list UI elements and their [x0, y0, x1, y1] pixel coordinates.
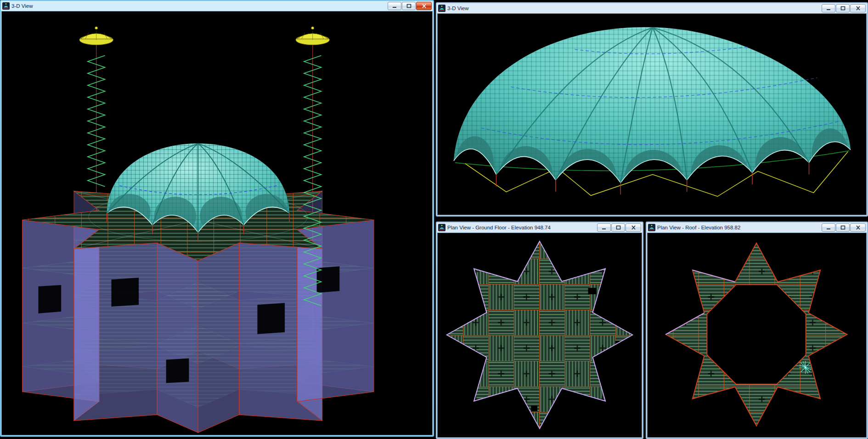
window-3d-view-dome: 3-D View	[436, 2, 868, 217]
app-window-icon[interactable]	[2, 2, 10, 10]
dome-posts	[496, 163, 809, 195]
maximize-icon	[840, 225, 845, 230]
viewport-plan-roof[interactable]	[647, 233, 867, 438]
maximize-button[interactable]	[836, 223, 850, 232]
minimize-icon	[826, 6, 831, 11]
window-title: 3-D View	[447, 6, 819, 11]
maximize-icon	[406, 4, 411, 8]
window-title: Plan View - Roof - Elevation 958.82	[657, 225, 819, 231]
window-plan-roof: Plan View - Roof - Elevation 958.82	[646, 222, 868, 439]
titlebar-dome3d[interactable]: 3-D View	[437, 3, 867, 13]
viewport-plan-ground[interactable]	[437, 233, 642, 438]
close-button[interactable]	[850, 4, 866, 12]
close-button[interactable]	[416, 2, 432, 10]
maximize-button[interactable]	[402, 2, 416, 10]
window-title: Plan View - Ground Floor - Elevation 948…	[447, 225, 595, 231]
window-plan-ground: Plan View - Ground Floor - Elevation 948…	[436, 222, 643, 439]
window-title: 3-D View	[11, 3, 385, 9]
viewport-3d-main[interactable]	[1, 11, 433, 435]
selection-starburst	[799, 361, 812, 374]
close-icon	[631, 225, 636, 230]
minimize-icon	[826, 225, 831, 230]
minimize-icon	[392, 4, 397, 8]
maximize-button[interactable]	[836, 4, 850, 12]
close-icon	[856, 225, 861, 230]
app-window-icon[interactable]	[438, 5, 445, 12]
window-3d-view-main: 3-D View	[0, 0, 434, 437]
minimize-icon	[602, 225, 607, 230]
minimize-button[interactable]	[822, 4, 835, 12]
maximize-button[interactable]	[611, 223, 625, 232]
minimize-button[interactable]	[822, 223, 835, 232]
dome-3d-canvas[interactable]	[438, 14, 866, 215]
model-3d-canvas[interactable]	[2, 11, 432, 435]
maximize-icon	[616, 225, 621, 230]
maximize-icon	[840, 6, 845, 11]
plan-roof-canvas[interactable]	[648, 233, 866, 437]
titlebar-main3d[interactable]: 3-D View	[1, 1, 433, 11]
close-icon	[856, 6, 861, 11]
titlebar-plan-roof[interactable]: Plan View - Roof - Elevation 958.82	[647, 222, 867, 233]
roof-octagon-hole	[707, 285, 806, 384]
titlebar-plan-ground[interactable]: Plan View - Ground Floor - Elevation 948…	[437, 222, 643, 233]
plan-ground-canvas[interactable]	[438, 233, 642, 437]
roof-ring-panels	[648, 233, 866, 437]
close-button[interactable]	[850, 223, 866, 232]
app-window-icon[interactable]	[648, 224, 655, 231]
minimize-button[interactable]	[388, 2, 401, 10]
minimize-button[interactable]	[597, 223, 611, 232]
large-dome	[454, 27, 851, 208]
mdi-workspace: { "workspace": { "background_color": "#0…	[0, 0, 868, 439]
viewport-3d-dome[interactable]	[437, 13, 867, 215]
close-icon	[422, 4, 427, 8]
app-window-icon[interactable]	[438, 224, 445, 231]
close-button[interactable]	[626, 223, 641, 232]
ground-slab-panels	[438, 233, 642, 437]
